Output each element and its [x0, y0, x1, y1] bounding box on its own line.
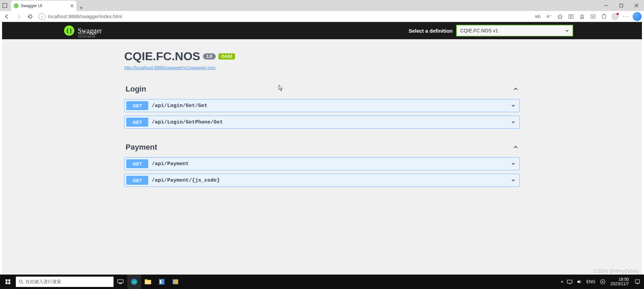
- svg-rect-10: [8, 282, 10, 284]
- api-title: CQIE.FC.NOS: [124, 50, 200, 63]
- read-aloud-icon[interactable]: A⁺: [544, 12, 554, 21]
- tray-chevron-icon[interactable]: [560, 280, 564, 283]
- search-icon: [19, 279, 23, 284]
- svg-rect-21: [567, 280, 572, 283]
- tag-header[interactable]: Payment: [124, 141, 520, 154]
- collections-icon[interactable]: [588, 12, 598, 21]
- operation-row[interactable]: GET/api/Payment: [124, 157, 520, 170]
- split-screen-icon[interactable]: [566, 12, 576, 21]
- notifications-icon[interactable]: [633, 275, 642, 289]
- chevron-down-icon: [511, 178, 516, 183]
- tag-section-payment: PaymentGET/api/PaymentGET/api/Payment/{j…: [124, 141, 520, 187]
- chevron-down-icon: [511, 161, 516, 166]
- svg-rect-17: [159, 279, 164, 285]
- chevron-down-icon: [511, 103, 516, 108]
- svg-point-6: [604, 14, 605, 15]
- svg-rect-13: [119, 283, 122, 284]
- svg-rect-1: [620, 4, 623, 7]
- browser-tab[interactable]: { } Swagger UI: [11, 1, 76, 11]
- chevron-up-icon: [513, 86, 518, 92]
- tag-name: Payment: [126, 143, 157, 152]
- app-icon-2[interactable]: [169, 275, 182, 289]
- tab-actions-icon[interactable]: [0, 3, 10, 8]
- svg-rect-2: [569, 14, 571, 18]
- operation-row[interactable]: GET/api/Login/GetPhone/Get: [124, 116, 520, 129]
- select-definition-label: Select a definition: [409, 28, 453, 34]
- chevron-down-icon: [565, 29, 569, 33]
- svg-rect-23: [635, 280, 640, 283]
- svg-rect-20: [173, 279, 174, 284]
- forward-button[interactable]: [14, 12, 23, 21]
- svg-rect-3: [572, 14, 573, 18]
- edge-app-icon[interactable]: [127, 275, 141, 289]
- http-method-badge: GET: [126, 176, 148, 185]
- swagger-favicon-icon: { }: [14, 3, 19, 8]
- api-title-row: CQIE.FC.NOS 1.0 OAS3: [124, 50, 520, 63]
- file-explorer-icon[interactable]: [141, 275, 155, 289]
- svg-rect-5: [602, 15, 606, 18]
- operation-path: /api/Payment/{js_code}: [152, 178, 220, 183]
- close-tab-button[interactable]: [70, 4, 74, 8]
- url-text: localhost:8888/swagger/index.html: [48, 14, 122, 19]
- api-version-badge: 1.0: [203, 53, 216, 60]
- operation-path: /api/Login/GetPhone/Get: [152, 119, 223, 125]
- favorite-icon[interactable]: [555, 12, 565, 21]
- chevron-down-icon: [511, 120, 516, 125]
- task-view-icon[interactable]: [114, 275, 127, 289]
- profile-avatar[interactable]: [610, 12, 620, 21]
- definition-select[interactable]: CQIE.FC.NOS v1: [456, 25, 573, 36]
- tab-title: Swagger UI: [21, 3, 42, 8]
- swagger-logo: { } SwaggerSupported by SMARTBEAR: [64, 25, 102, 36]
- operation-path: /api/Payment: [152, 161, 189, 167]
- tag-name: Login: [126, 85, 146, 94]
- api-spec-link[interactable]: http://localhost:8888/swagger/v1/swagger…: [124, 65, 216, 70]
- taskbar-date: 2023/11/7: [611, 282, 629, 286]
- site-info-icon[interactable]: i: [39, 13, 45, 20]
- copilot-icon[interactable]: [632, 12, 642, 21]
- taskbar-search[interactable]: 在此键入进行搜索: [16, 277, 114, 287]
- page-viewport: { } SwaggerSupported by SMARTBEAR Select…: [2, 22, 642, 275]
- favorites-bar-icon[interactable]: [577, 12, 587, 21]
- new-tab-button[interactable]: +: [76, 5, 86, 11]
- more-menu-icon[interactable]: ···: [621, 12, 631, 21]
- ime-language[interactable]: ENG: [585, 279, 597, 284]
- taskbar-clock[interactable]: 18:50 2023/11/7: [609, 277, 631, 286]
- minimize-button[interactable]: [599, 0, 614, 11]
- back-button[interactable]: [2, 12, 12, 21]
- swagger-logo-text: SwaggerSupported by SMARTBEAR: [78, 27, 102, 35]
- chevron-up-icon: [513, 144, 518, 150]
- maximize-button[interactable]: [614, 0, 629, 11]
- svg-point-11: [19, 280, 22, 283]
- swagger-topbar: { } SwaggerSupported by SMARTBEAR Select…: [2, 22, 642, 39]
- operation-row[interactable]: GET/api/Login/Get/Get: [124, 99, 520, 112]
- http-method-badge: GET: [126, 118, 148, 127]
- http-method-badge: GET: [126, 159, 148, 168]
- start-button[interactable]: [0, 275, 16, 289]
- definition-selected: CQIE.FC.NOS v1: [460, 28, 498, 33]
- operation-path: /api/Login/Get/Get: [152, 103, 207, 109]
- app-icon-1[interactable]: [155, 275, 169, 289]
- swagger-content: CQIE.FC.NOS 1.0 OAS3 http://localhost:88…: [117, 39, 527, 201]
- windows-taskbar: 在此键入进行搜索 ENG 18:50 2023/11/7: [0, 275, 644, 289]
- translate-icon[interactable]: aあ: [533, 12, 543, 21]
- network-icon[interactable]: [566, 275, 573, 289]
- svg-rect-15: [145, 280, 151, 284]
- refresh-button[interactable]: [25, 12, 35, 21]
- svg-rect-18: [160, 280, 161, 283]
- watermark-text: CSDN @Why(false): [593, 268, 639, 274]
- taskbar-search-placeholder: 在此键入进行搜索: [25, 279, 61, 285]
- tag-header[interactable]: Login: [124, 83, 520, 96]
- svg-rect-9: [6, 282, 8, 284]
- close-window-button[interactable]: [629, 0, 644, 11]
- swagger-logo-icon: { }: [64, 25, 74, 36]
- svg-rect-12: [118, 280, 123, 283]
- volume-icon[interactable]: [576, 275, 583, 289]
- operation-row[interactable]: GET/api/Payment/{js_code}: [124, 174, 520, 187]
- svg-rect-7: [6, 279, 8, 281]
- extensions-icon[interactable]: [599, 12, 609, 21]
- ime-icon[interactable]: [599, 275, 607, 289]
- svg-rect-0: [3, 3, 7, 8]
- svg-rect-16: [145, 279, 148, 280]
- tag-section-login: LoginGET/api/Login/Get/GetGET/api/Login/…: [124, 83, 520, 129]
- address-bar[interactable]: i localhost:8888/swagger/index.html: [39, 13, 122, 20]
